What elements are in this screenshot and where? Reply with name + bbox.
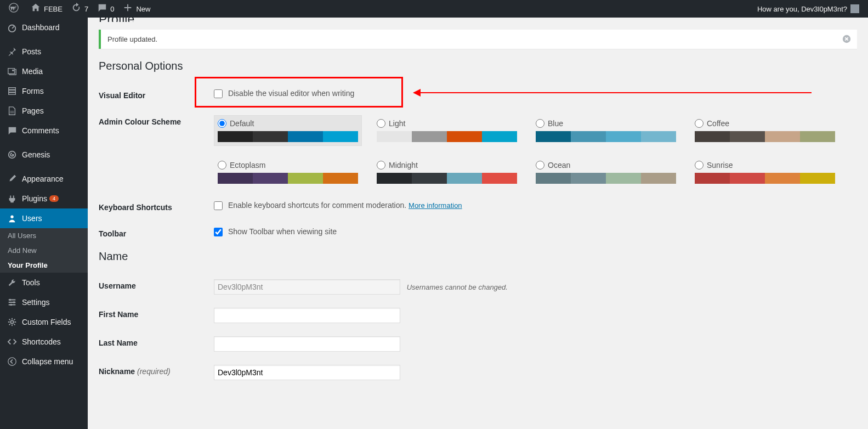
submenu-your-profile[interactable]: Your Profile bbox=[0, 258, 88, 273]
username-field bbox=[214, 279, 400, 295]
toolbar-checkbox-label: Show Toolbar when viewing site bbox=[228, 227, 337, 236]
submenu-all-users[interactable]: All Users bbox=[0, 228, 88, 243]
site-name-link[interactable]: FEBE bbox=[26, 0, 67, 18]
menu-shortcodes[interactable]: Shortcodes bbox=[0, 332, 88, 352]
color-scheme-midnight[interactable]: Midnight bbox=[373, 157, 521, 188]
name-table: Username Usernames cannot be changed. Fi… bbox=[99, 273, 857, 387]
color-scheme-radio[interactable] bbox=[695, 161, 704, 170]
color-scheme-picker: DefaultLightBlueCoffeeEctoplasmMidnightO… bbox=[214, 115, 852, 188]
menu-users[interactable]: Users bbox=[0, 208, 88, 228]
sliders-icon bbox=[7, 297, 18, 308]
label-last-name: Last Name bbox=[99, 330, 208, 358]
menu-posts[interactable]: Posts bbox=[0, 42, 88, 61]
last-name-field[interactable] bbox=[214, 336, 400, 352]
menu-custom-fields[interactable]: Custom Fields bbox=[0, 312, 88, 332]
submenu-add-new[interactable]: Add New bbox=[0, 243, 88, 258]
gear-icon bbox=[7, 317, 18, 328]
svg-point-6 bbox=[13, 301, 15, 303]
more-info-link[interactable]: More information bbox=[409, 201, 462, 210]
keyboard-shortcuts-label: Enable keyboard shortcuts for comment mo… bbox=[228, 201, 406, 210]
media-icon bbox=[7, 66, 18, 77]
plus-icon bbox=[123, 3, 133, 15]
color-scheme-label: Light bbox=[389, 119, 405, 128]
users-icon bbox=[7, 213, 18, 224]
collapse-menu[interactable]: Collapse menu bbox=[0, 352, 88, 371]
menu-settings[interactable]: Settings bbox=[0, 292, 88, 312]
page-title: Profile bbox=[99, 18, 857, 22]
color-scheme-label: Ocean bbox=[548, 161, 570, 170]
comments-link[interactable]: 0 bbox=[93, 0, 118, 18]
section-personal-options: Personal Options bbox=[99, 60, 857, 72]
toolbar-row[interactable]: Show Toolbar when viewing site bbox=[214, 227, 337, 236]
menu-comments[interactable]: Comments bbox=[0, 121, 88, 140]
menu-appearance[interactable]: Appearance bbox=[0, 169, 88, 189]
label-nickname: Nickname (required) bbox=[99, 358, 208, 387]
comment-icon bbox=[97, 3, 107, 15]
color-scheme-default[interactable]: Default bbox=[214, 115, 362, 146]
username-note: Usernames cannot be changed. bbox=[407, 283, 508, 291]
first-name-field[interactable] bbox=[214, 308, 400, 323]
visual-editor-checkbox-label: Disable the visual editor when writing bbox=[228, 89, 354, 98]
toolbar-checkbox[interactable] bbox=[214, 228, 223, 236]
users-submenu: All Users Add New Your Profile bbox=[0, 228, 88, 273]
menu-forms[interactable]: Forms bbox=[0, 81, 88, 101]
wp-logo[interactable] bbox=[4, 0, 26, 18]
color-scheme-coffee[interactable]: Coffee bbox=[691, 115, 839, 146]
my-account-link[interactable]: How are you, Dev3l0pM3nt? bbox=[753, 0, 864, 18]
visual-editor-checkbox[interactable] bbox=[214, 89, 223, 98]
color-scheme-ocean[interactable]: Ocean bbox=[532, 157, 680, 188]
color-scheme-radio[interactable] bbox=[377, 119, 385, 128]
content-area: Profile Profile updated. Personal Option… bbox=[88, 18, 868, 429]
color-scheme-blue[interactable]: Blue bbox=[532, 115, 680, 146]
svg-point-4 bbox=[10, 216, 13, 218]
color-swatches bbox=[218, 131, 358, 142]
color-scheme-ectoplasm[interactable]: Ectoplasm bbox=[214, 157, 362, 188]
admin-toolbar: FEBE 7 0 New How are you, Dev3l0pM3nt? bbox=[0, 0, 868, 18]
color-scheme-radio[interactable] bbox=[377, 161, 385, 170]
annotation-arrow bbox=[417, 92, 812, 93]
menu-dashboard[interactable]: Dashboard bbox=[0, 18, 88, 37]
color-scheme-label: Ectoplasm bbox=[230, 161, 265, 170]
color-scheme-light[interactable]: Light bbox=[373, 115, 521, 146]
nickname-field[interactable] bbox=[214, 365, 400, 380]
label-first-name: First Name bbox=[99, 301, 208, 330]
color-scheme-radio[interactable] bbox=[218, 119, 226, 128]
collapse-icon bbox=[7, 356, 18, 367]
menu-media[interactable]: Media bbox=[0, 61, 88, 81]
dashboard-icon bbox=[7, 22, 18, 33]
keyboard-shortcuts-row[interactable]: Enable keyboard shortcuts for comment mo… bbox=[214, 201, 409, 210]
color-scheme-radio[interactable] bbox=[536, 119, 544, 128]
color-scheme-radio[interactable] bbox=[218, 161, 226, 170]
label-toolbar: Toolbar bbox=[99, 221, 208, 247]
menu-tools[interactable]: Tools bbox=[0, 273, 88, 292]
dismiss-notice-button[interactable] bbox=[842, 34, 852, 46]
updates-count: 7 bbox=[84, 5, 88, 13]
svg-point-8 bbox=[10, 320, 13, 323]
site-name: FEBE bbox=[44, 5, 63, 13]
forms-icon bbox=[7, 86, 18, 97]
color-scheme-radio[interactable] bbox=[536, 161, 544, 170]
wordpress-icon bbox=[9, 3, 19, 15]
menu-pages[interactable]: Pages bbox=[0, 101, 88, 121]
personal-options-table: Visual Editor Disable the visual editor … bbox=[99, 82, 857, 247]
color-swatches bbox=[377, 131, 517, 142]
color-scheme-label: Coffee bbox=[707, 119, 729, 128]
pin-icon bbox=[7, 46, 18, 57]
menu-genesis[interactable]: Genesis bbox=[0, 145, 88, 165]
updates-link[interactable]: 7 bbox=[67, 0, 93, 18]
color-swatches bbox=[536, 173, 676, 184]
new-link[interactable]: New bbox=[118, 0, 155, 18]
wrench-icon bbox=[7, 277, 18, 288]
new-label: New bbox=[136, 5, 150, 13]
color-swatches bbox=[695, 131, 835, 142]
color-scheme-radio[interactable] bbox=[695, 119, 704, 128]
visual-editor-row[interactable]: Disable the visual editor when writing bbox=[214, 89, 354, 98]
color-scheme-label: Sunrise bbox=[707, 161, 733, 170]
brush-icon bbox=[7, 173, 18, 184]
keyboard-shortcuts-checkbox[interactable] bbox=[214, 201, 223, 210]
color-scheme-label: Blue bbox=[548, 119, 563, 128]
color-scheme-label: Midnight bbox=[389, 161, 418, 170]
menu-plugins[interactable]: Plugins4 bbox=[0, 189, 88, 208]
color-scheme-sunrise[interactable]: Sunrise bbox=[691, 157, 839, 188]
refresh-icon bbox=[71, 3, 81, 15]
